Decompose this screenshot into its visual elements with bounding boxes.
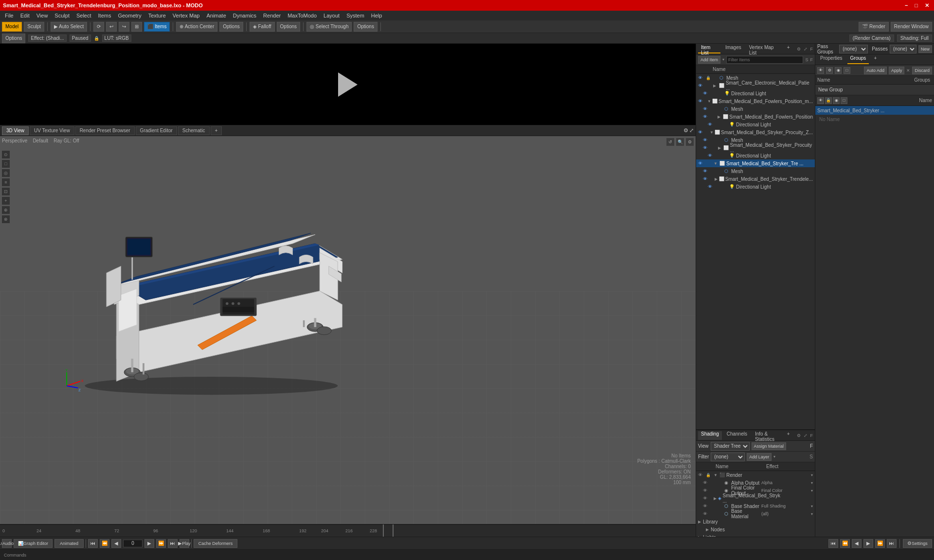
- audio-btn[interactable]: ♪ Audio: [2, 539, 12, 548]
- tab-vertex-map[interactable]: Vertex Map List: [746, 45, 782, 53]
- groups-item-selected[interactable]: Smart_Medical_Bed_Stryker ...: [815, 106, 934, 115]
- groups-lock-icon[interactable]: 🔒: [825, 97, 832, 104]
- sh-section-lights[interactable]: ▶ Lights: [696, 533, 815, 537]
- sh-expand-icon[interactable]: ▼: [714, 473, 718, 477]
- expand-icon[interactable]: ▶: [718, 146, 722, 150]
- vp-settings-icon[interactable]: ⚙: [683, 127, 688, 134]
- props-icon1[interactable]: 👁: [817, 67, 824, 74]
- timeline[interactable]: 0 24 48 72 96 120 144 168 192 204 216 22…: [0, 524, 696, 537]
- groups-content[interactable]: New Group 👁 🔒 ◉ □ Name Smart_Medical_Bed…: [815, 85, 934, 537]
- preview-play-btn[interactable]: [336, 72, 360, 97]
- list-item-selected[interactable]: 👁 ▼ ⬜ Smart_Medical_Bed_Stryker_Tre ...: [696, 159, 815, 167]
- groups-icon3[interactable]: ◉: [833, 97, 840, 104]
- select-options-btn[interactable]: Options: [354, 22, 377, 32]
- transport-icon3[interactable]: ◀: [852, 539, 862, 548]
- transport-icon4[interactable]: ▶: [863, 539, 873, 548]
- expand-icon[interactable]: ▼: [710, 130, 714, 135]
- lock-icon[interactable]: 🔒: [706, 76, 713, 80]
- vis-icon[interactable]: 👁: [703, 169, 710, 174]
- tab-add-props[interactable]: +: [871, 55, 880, 64]
- list-item[interactable]: 👁 ▶ ⬜ Smart_Care_Electronic_Medical_Pati…: [696, 82, 815, 89]
- il-icon1[interactable]: ⚙: [797, 47, 801, 52]
- il-icon2[interactable]: ⤢: [804, 47, 808, 52]
- falloff-options-btn[interactable]: Options: [277, 22, 300, 32]
- vis-icon[interactable]: 👁: [698, 161, 705, 166]
- vis-icon[interactable]: 👁: [698, 83, 705, 88]
- menu-sculpt[interactable]: Sculpt: [52, 12, 72, 19]
- falloff-btn[interactable]: ◈ Falloff: [250, 22, 275, 32]
- shading-content[interactable]: 👁 🔒 ▼ ⬛ Render ▾ 👁 ◉ Alpha O: [696, 471, 815, 537]
- graph-editor-btn[interactable]: 📊 Graph Editor: [14, 539, 53, 548]
- menu-items[interactable]: Items: [95, 12, 114, 19]
- sh-item-base-material[interactable]: 👁 ⬡ Base Material (all) ▾: [701, 510, 815, 518]
- tab-shading[interactable]: Shading: [698, 431, 722, 440]
- menu-system[interactable]: System: [343, 12, 367, 19]
- menu-view[interactable]: View: [34, 12, 51, 19]
- add-item-btn[interactable]: Add Item: [698, 56, 720, 64]
- apply-btn[interactable]: Apply: [889, 67, 905, 74]
- list-item[interactable]: 👁 💡 Directional Light: [706, 121, 815, 128]
- play-btn[interactable]: ▶ Play: [180, 539, 189, 548]
- menu-edit[interactable]: Edit: [18, 12, 33, 19]
- sh-vis-icon[interactable]: 👁: [703, 496, 707, 501]
- tab-schematic[interactable]: Schematic: [178, 126, 210, 135]
- list-item[interactable]: 👁 ▶ ⬜ Smart_Medical_Bed_Fowlers_Position: [701, 113, 815, 121]
- sh-vis-icon[interactable]: 👁: [703, 504, 710, 508]
- discard-btn[interactable]: Discard: [912, 67, 932, 74]
- tab-item-list[interactable]: Item List: [698, 45, 720, 53]
- next-frame-btn[interactable]: ⏩: [156, 539, 166, 548]
- vp-expand-icon[interactable]: ⤢: [689, 127, 694, 134]
- add-layer-btn[interactable]: Add Layer: [747, 453, 772, 461]
- nav-icon-8[interactable]: ⊗: [2, 215, 10, 223]
- next-btn[interactable]: ▶: [144, 539, 154, 548]
- menu-vertexmap[interactable]: Vertex Map: [170, 12, 203, 19]
- groups-vis-icon[interactable]: 👁: [817, 97, 824, 104]
- menu-maxtomodo[interactable]: MaxToModo: [285, 12, 320, 19]
- tab-uv-texture[interactable]: UV Texture View: [30, 126, 74, 135]
- toolbar-icon2[interactable]: ↩: [106, 22, 117, 32]
- menu-animate[interactable]: Animate: [203, 12, 229, 19]
- library-expand-icon[interactable]: ▶: [698, 520, 703, 524]
- tab-properties[interactable]: Properties: [817, 55, 845, 64]
- nav-icon-4[interactable]: ≡: [2, 178, 10, 186]
- tab-3d-view[interactable]: 3D View: [2, 126, 29, 135]
- vis-icon[interactable]: 👁: [703, 106, 710, 111]
- props-icon2[interactable]: ⚙: [826, 67, 833, 74]
- nodes-expand-icon[interactable]: ▶: [706, 527, 711, 532]
- nav-icon-6[interactable]: +: [2, 197, 10, 205]
- vis-icon[interactable]: 👁: [703, 114, 709, 119]
- menu-file[interactable]: File: [2, 12, 17, 19]
- menu-texture[interactable]: Texture: [145, 12, 169, 19]
- action-options-btn[interactable]: Options: [219, 22, 243, 32]
- prev-btn[interactable]: ◀: [111, 539, 121, 548]
- shading-f-icon[interactable]: F: [810, 433, 813, 438]
- tab-add-shading[interactable]: +: [784, 431, 793, 440]
- auto-select-btn[interactable]: ▶ Auto Select: [51, 22, 87, 32]
- sh-section-nodes[interactable]: ▶ Nodes: [696, 525, 815, 533]
- tab-groups[interactable]: Groups: [847, 55, 869, 64]
- list-item[interactable]: 👁 ▼ ⬜ Smart_Medical_Bed_Fowlers_Position…: [696, 97, 815, 105]
- menu-geometry[interactable]: Geometry: [115, 12, 144, 19]
- render-window-btn[interactable]: Render Window: [891, 22, 932, 32]
- nav-icon-3[interactable]: ◎: [2, 169, 10, 177]
- lights-expand-icon[interactable]: ▶: [698, 535, 703, 537]
- sh-vis-icon[interactable]: 👁: [703, 488, 710, 493]
- list-item[interactable]: 👁 ▶ ⬜ Smart_Medical_Bed_Stryker_Procuity…: [701, 144, 815, 152]
- list-item[interactable]: 👁 ⬡ Mesh: [701, 105, 815, 113]
- nav-icon-1[interactable]: ⊙: [2, 151, 10, 158]
- prev-start-btn[interactable]: ⏮: [88, 539, 98, 548]
- expand-icon[interactable]: ▼: [714, 161, 718, 166]
- props-icon4[interactable]: □: [844, 67, 850, 74]
- vis-icon[interactable]: 👁: [708, 153, 715, 158]
- assign-material-btn[interactable]: Assign Material: [752, 442, 787, 450]
- settings-btn[interactable]: ⚙ Settings: [903, 539, 932, 548]
- tab-gradient[interactable]: Gradient Editor: [136, 126, 177, 135]
- list-item[interactable]: 👁 ⬡ Mesh: [701, 167, 815, 175]
- filter-clear-icon[interactable]: F: [810, 57, 813, 62]
- add-item-arrow[interactable]: ▾: [722, 57, 724, 62]
- model-btn[interactable]: Model: [2, 22, 22, 32]
- expand-icon[interactable]: ▶: [713, 84, 718, 88]
- vis-icon[interactable]: 👁: [703, 91, 710, 96]
- menu-dynamics[interactable]: Dynamics: [230, 12, 259, 19]
- view-select[interactable]: Shader Tree: [711, 442, 750, 451]
